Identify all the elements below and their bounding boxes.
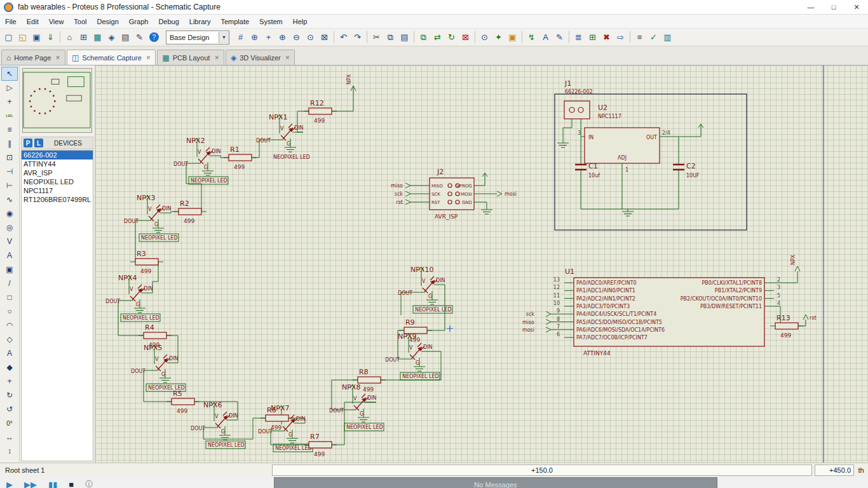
device-item[interactable]: NEOPIXEL LED: [22, 177, 93, 186]
component-U2[interactable]: U2NPC1117INOUTADJ32/41: [578, 104, 703, 209]
center-at-cursor-icon[interactable]: +: [262, 30, 275, 44]
electrical-check-icon[interactable]: ✓: [647, 30, 660, 44]
generator-mode-icon[interactable]: ◎: [1, 220, 18, 234]
home-page-icon[interactable]: ⌂: [63, 30, 76, 44]
block-delete-icon[interactable]: ⊠: [459, 30, 472, 44]
current-probe-mode-icon[interactable]: A: [1, 248, 18, 262]
component-NPX8[interactable]: NPX8VDINDOUTGNEOPIXEL LED: [329, 383, 384, 431]
tab-close-icon[interactable]: ✕: [285, 55, 290, 61]
tape-recorder-mode-icon[interactable]: ◉: [1, 207, 18, 220]
component-C2[interactable]: C210UF: [673, 137, 700, 209]
paste-icon[interactable]: ▤: [398, 30, 411, 44]
marker-tool-icon[interactable]: +: [1, 374, 18, 388]
remove-sheet-icon[interactable]: ✖: [600, 30, 613, 44]
component-R12[interactable]: R12499: [304, 99, 337, 124]
mark-output-icon[interactable]: ✎: [133, 30, 146, 44]
zoom-area-icon[interactable]: ⊠: [318, 30, 331, 44]
block-move-icon[interactable]: ⇄: [431, 30, 444, 44]
overview-minimap[interactable]: [22, 68, 92, 133]
help-icon[interactable]: ?: [149, 32, 159, 42]
netlist-pcb-icon[interactable]: ▥: [661, 30, 674, 44]
line-tool-icon[interactable]: /: [1, 276, 18, 290]
toggle-grid-icon[interactable]: #: [234, 30, 247, 44]
save-design-icon[interactable]: ▣: [30, 30, 43, 44]
print-icon[interactable]: ▤: [119, 30, 132, 44]
3d-visualizer-icon[interactable]: ◈: [105, 30, 118, 44]
virtual-instruments-mode-icon[interactable]: ▣: [1, 262, 18, 276]
make-device-icon[interactable]: ✦: [492, 30, 505, 44]
subcircuit-mode-icon[interactable]: ⊡: [1, 151, 18, 165]
wire-autorouter-icon[interactable]: ↯: [525, 30, 538, 44]
menu-template[interactable]: Template: [215, 17, 254, 27]
log-info-icon[interactable]: ⓘ: [85, 479, 93, 488]
pick-parts-icon[interactable]: ⊙: [478, 30, 491, 44]
schematic-drawing[interactable]: NPX1VDINDOUTGNEOPIXEL LEDNPX2VDINDOUTGNE…: [95, 65, 868, 463]
design-select[interactable]: Base Design▼: [166, 30, 229, 44]
rotate-ccw-icon[interactable]: ↺: [1, 402, 18, 416]
new-design-icon[interactable]: ▢: [2, 30, 15, 44]
component-NPX10[interactable]: NPX10VDINDOUTGNEOPIXEL LED: [398, 266, 452, 313]
zoom-all-icon[interactable]: ⊙: [304, 30, 317, 44]
block-rotate-icon[interactable]: ↻: [445, 30, 458, 44]
device-item[interactable]: ATTINY44: [22, 159, 93, 168]
menu-help[interactable]: Help: [288, 17, 313, 27]
component-mode-icon[interactable]: ▷: [1, 81, 18, 95]
component-R13[interactable]: R13499: [770, 314, 803, 339]
zoom-in-icon[interactable]: ⊕: [276, 30, 289, 44]
undo-icon[interactable]: ↶: [337, 30, 350, 44]
voltage-probe-mode-icon[interactable]: V: [1, 234, 18, 248]
box-tool-icon[interactable]: □: [1, 290, 18, 304]
terminal-npx-top[interactable]: NPX: [346, 74, 356, 91]
tab-3d-visualizer[interactable]: ◈3D Visualizer✕: [226, 50, 295, 65]
symbol-tool-icon[interactable]: ◆: [1, 360, 18, 374]
tab-home-page[interactable]: ⌂Home Page✕: [1, 50, 65, 65]
tab-close-icon[interactable]: ✕: [214, 55, 219, 61]
device-item[interactable]: NPC1117: [22, 186, 93, 195]
false-origin-icon[interactable]: ⊕: [248, 30, 261, 44]
pause-button[interactable]: ▮▮: [48, 480, 57, 488]
rotation-angle[interactable]: 0°: [1, 416, 18, 430]
import-section-icon[interactable]: ⇓: [44, 30, 57, 44]
menu-design[interactable]: Design: [92, 17, 124, 27]
redo-icon[interactable]: ↷: [351, 30, 364, 44]
copy-icon[interactable]: ⧉: [384, 30, 397, 44]
device-item[interactable]: 66226-002: [22, 151, 93, 159]
component-NPX2[interactable]: NPX2VDINDOUTGNEOPIXEL LED: [173, 137, 228, 184]
menu-view[interactable]: View: [44, 17, 69, 27]
goto-sheet-icon[interactable]: ⇨: [614, 30, 627, 44]
design-explorer-icon[interactable]: ≣: [572, 30, 585, 44]
schematic-editor-canvas[interactable]: NPX1VDINDOUTGNEOPIXEL LEDNPX2VDINDOUTGNE…: [95, 65, 868, 463]
pcb-layout-icon[interactable]: ▦: [91, 30, 104, 44]
component-NPX1[interactable]: NPX1VDINDOUTGNEOPIXEL LED: [256, 113, 310, 160]
zoom-out-icon[interactable]: ⊖: [290, 30, 303, 44]
schematic-capture-icon[interactable]: ⊞: [77, 30, 90, 44]
device-pins-mode-icon[interactable]: ⊢: [1, 179, 18, 193]
packaging-tool-icon[interactable]: ▣: [506, 30, 519, 44]
property-assignment-icon[interactable]: ✎: [553, 30, 566, 44]
menu-tool[interactable]: Tool: [69, 17, 92, 27]
devices-list[interactable]: 66226-002ATTINY44AVR_ISPNEOPIXEL LEDNPC1…: [21, 150, 93, 461]
component-NPX4[interactable]: NPX4VDINDOUTGNEOPIXEL LED: [105, 274, 160, 322]
library-button[interactable]: L: [34, 139, 43, 147]
stop-button[interactable]: ■: [69, 480, 74, 488]
device-item[interactable]: RT1206BRE07499RL: [22, 195, 93, 204]
tab-schematic-capture[interactable]: ◫Schematic Capture✕: [67, 50, 156, 65]
device-item[interactable]: AVR_ISP: [22, 168, 93, 177]
component-J2[interactable]: J2AVR_ISPMISOVPROGmisoSCKMOSIsckRSTGNDrs…: [391, 168, 517, 220]
root-sheet-label[interactable]: Root sheet 1: [0, 466, 272, 474]
circle-tool-icon[interactable]: ○: [1, 304, 18, 318]
maximize-button[interactable]: □: [822, 0, 845, 14]
component-NPX5[interactable]: NPX5VDINDOUTGNEOPIXEL LED: [131, 344, 186, 391]
view-bom-icon[interactable]: ≡: [633, 30, 646, 44]
menu-debug[interactable]: Debug: [153, 17, 184, 27]
play-button[interactable]: ▶: [6, 480, 13, 488]
search-tag-icon[interactable]: A: [539, 30, 552, 44]
selection-mode-icon[interactable]: ↖: [1, 67, 18, 81]
buses-mode-icon[interactable]: ∥: [1, 137, 18, 151]
path-tool-icon[interactable]: ◇: [1, 332, 18, 346]
text-script-mode-icon[interactable]: ≡: [1, 123, 18, 137]
tab-close-icon[interactable]: ✕: [55, 55, 60, 61]
terminal-rst[interactable]: rst: [803, 315, 817, 321]
graph-mode-icon[interactable]: ∿: [1, 193, 18, 207]
arc-tool-icon[interactable]: ◠: [1, 318, 18, 332]
